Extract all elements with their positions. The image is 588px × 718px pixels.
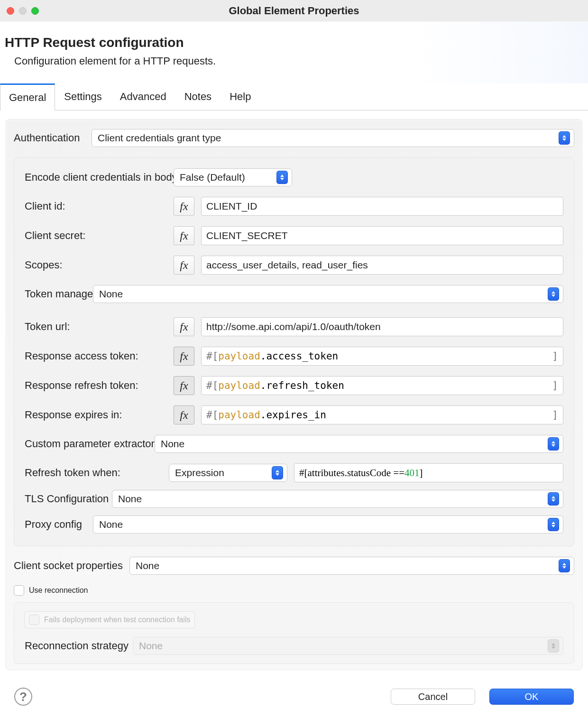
dropdown-icon <box>548 518 559 531</box>
expr-prefix: #[ <box>299 464 308 482</box>
dialog-header: HTTP Request configuration Configuration… <box>0 22 588 83</box>
titlebar: Global Element Properties <box>0 0 588 22</box>
client-socket-props-label: Client socket properties <box>14 560 123 572</box>
resp-access-token-input[interactable]: #[ payload .access_token ] <box>201 347 563 366</box>
expr-body: attributes.statusCode == <box>308 464 405 482</box>
token-url-label: Token url: <box>25 321 167 333</box>
tls-value: None <box>118 493 548 505</box>
fx-button[interactable]: fx <box>174 197 194 216</box>
encode-label: Encode client credentials in body: <box>25 171 167 184</box>
encode-value: False (Default) <box>180 172 276 183</box>
proxy-config-value: None <box>99 519 548 530</box>
window-title: Global Element Properties <box>0 5 588 17</box>
dropdown-icon <box>548 287 559 301</box>
use-reconnection-label: Use reconnection <box>29 586 88 595</box>
client-id-input[interactable]: CLIENT_ID <box>201 197 563 216</box>
scopes-label: Scopes: <box>25 259 167 271</box>
refresh-token-when-label: Refresh token when: <box>25 467 162 479</box>
tab-notes[interactable]: Notes <box>175 83 220 110</box>
resp-refresh-token-input[interactable]: #[ payload .refresh_token ] <box>201 376 563 395</box>
dropdown-icon <box>272 466 283 479</box>
fails-deployment-checkbox: Fails deployment when test connection fa… <box>29 615 191 625</box>
proxy-config-select[interactable]: None <box>93 515 563 534</box>
token-manager-select[interactable]: None <box>93 285 563 303</box>
cpe-label: Custom parameter extractors <box>25 438 148 450</box>
fx-button[interactable]: fx <box>174 347 194 366</box>
expr-suffix: ] <box>552 406 558 424</box>
authentication-select[interactable]: Client credentials grant type <box>92 129 574 147</box>
expr-body: .expires_in <box>260 406 326 424</box>
checkbox-icon <box>29 615 39 625</box>
cpe-select[interactable]: None <box>155 435 563 453</box>
fx-button[interactable]: fx <box>174 405 194 424</box>
reconnection-strategy-select: None <box>133 637 563 655</box>
fx-button[interactable]: fx <box>174 256 194 275</box>
cpe-value: None <box>161 438 548 450</box>
tab-advanced[interactable]: Advanced <box>111 83 175 110</box>
credentials-panel: Encode client credentials in body: False… <box>14 157 574 546</box>
dropdown-icon <box>276 171 288 184</box>
dropdown-icon <box>548 437 559 451</box>
tls-label: TLS Configuration <box>25 493 105 505</box>
expr-body: .access_token <box>260 347 338 365</box>
authentication-value: Client credentials grant type <box>98 132 559 144</box>
client-id-label: Client id: <box>25 200 167 212</box>
expr-keyword: payload <box>218 406 260 424</box>
tab-help[interactable]: Help <box>220 83 260 110</box>
use-reconnection-checkbox[interactable]: Use reconnection <box>14 585 88 596</box>
fx-button[interactable]: fx <box>174 226 194 245</box>
cancel-button[interactable]: Cancel <box>391 689 475 705</box>
checkbox-icon <box>14 585 24 596</box>
tab-bar: General Settings Advanced Notes Help <box>0 83 588 110</box>
reconnection-strategy-label: Reconnection strategy <box>25 640 126 652</box>
page-title: HTTP Request configuration <box>5 35 588 50</box>
client-secret-input[interactable]: CLIENT_SECRET <box>201 226 563 245</box>
expr-number: 401 <box>404 464 420 482</box>
fails-deployment-label: Fails deployment when test connection fa… <box>44 616 191 624</box>
expr-prefix: #[ <box>206 347 218 365</box>
fx-button[interactable]: fx <box>174 376 194 395</box>
client-socket-props-select[interactable]: None <box>129 557 574 575</box>
resp-expires-in-label: Response expires in: <box>25 409 167 421</box>
expr-prefix: #[ <box>206 406 218 424</box>
expr-suffix: ] <box>420 464 423 482</box>
page-subtitle: Configuration element for a HTTP request… <box>14 55 588 67</box>
dropdown-icon <box>559 559 570 572</box>
expr-suffix: ] <box>552 377 558 395</box>
expr-prefix: #[ <box>206 377 218 395</box>
resp-access-token-label: Response access token: <box>25 350 167 362</box>
ok-button[interactable]: OK <box>489 689 574 705</box>
dropdown-icon <box>548 639 559 653</box>
tab-settings[interactable]: Settings <box>55 83 111 110</box>
resp-expires-in-input[interactable]: #[ payload .expires_in ] <box>201 405 563 424</box>
proxy-config-label: Proxy config <box>25 518 86 531</box>
dropdown-icon <box>559 131 570 145</box>
expr-keyword: payload <box>218 347 260 365</box>
authentication-label: Authentication <box>14 132 85 144</box>
help-button[interactable]: ? <box>14 688 32 706</box>
dropdown-icon <box>548 492 559 506</box>
token-manager-label: Token manager <box>25 288 86 300</box>
client-socket-props-value: None <box>136 560 559 571</box>
fx-button[interactable]: fx <box>174 317 194 336</box>
refresh-token-mode-select[interactable]: Expression <box>169 464 287 482</box>
expr-keyword: payload <box>218 377 260 395</box>
scopes-input[interactable]: access_user_details, read_user_fies <box>201 256 563 275</box>
refresh-token-mode-value: Expression <box>175 467 272 479</box>
encode-select[interactable]: False (Default) <box>174 168 292 186</box>
reconnection-panel: Fails deployment when test connection fa… <box>14 602 574 664</box>
dialog-footer: ? Cancel OK <box>0 675 588 718</box>
fails-deployment-wrapper: Fails deployment when test connection fa… <box>25 611 195 628</box>
expr-body: .refresh_token <box>260 377 344 395</box>
expr-suffix: ] <box>552 347 558 365</box>
general-pane: Authentication Client credentials grant … <box>0 110 588 670</box>
tls-select[interactable]: None <box>112 490 563 508</box>
tab-general[interactable]: General <box>0 83 55 110</box>
resp-refresh-token-label: Response refresh token: <box>25 379 167 392</box>
refresh-token-expr-input[interactable]: #[ attributes.statusCode == 401 ] <box>294 463 563 482</box>
token-manager-value: None <box>99 288 548 300</box>
reconnection-strategy-value: None <box>139 640 548 652</box>
token-url-input[interactable]: http://some.api.com/api/1.0/oauth/token <box>201 317 563 336</box>
client-secret-label: Client secret: <box>25 230 167 242</box>
